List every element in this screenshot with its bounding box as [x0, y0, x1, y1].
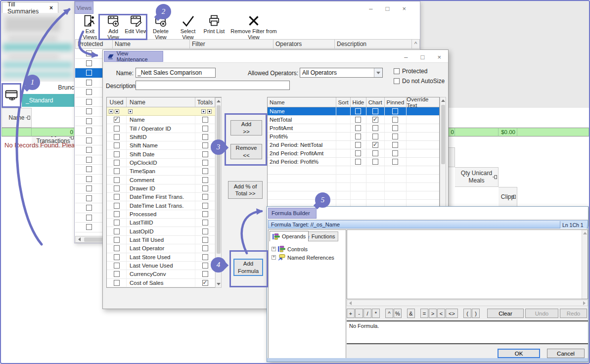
field-totals-cell[interactable] — [195, 279, 215, 287]
used-checkbox[interactable] — [114, 237, 120, 243]
filter-box-icon[interactable] — [207, 109, 212, 114]
operator-button[interactable]: = — [420, 309, 428, 318]
field-used-cell[interactable] — [107, 236, 127, 244]
tree-item-named-references[interactable]: Named References — [272, 254, 334, 261]
field-row[interactable]: Comment — [107, 176, 215, 184]
toolbar-button-remove-filter[interactable]: Remove Filter from View — [228, 14, 279, 40]
field-totals-cell[interactable] — [195, 201, 215, 209]
protected-checkbox[interactable] — [86, 176, 92, 182]
remove-button[interactable]: Remove << — [230, 144, 262, 159]
hide-cell[interactable] — [351, 124, 366, 132]
hide-checkbox[interactable] — [355, 150, 361, 156]
scroll-left-icon[interactable] — [347, 300, 354, 306]
field-totals-cell[interactable] — [195, 219, 215, 227]
field-row[interactable]: DateTime Last Trans. — [107, 201, 215, 210]
sort-cell[interactable] — [336, 116, 351, 124]
field-used-cell[interactable] — [107, 210, 127, 218]
used-checkbox[interactable] — [114, 126, 120, 132]
operator-button[interactable]: <> — [446, 309, 458, 318]
hide-cell[interactable] — [351, 116, 366, 124]
protected-checkbox[interactable] — [86, 157, 92, 163]
pinned-cell[interactable] — [385, 124, 407, 132]
used-checkbox[interactable] — [114, 177, 120, 183]
protected-checkbox[interactable] — [86, 108, 92, 114]
totals-checkbox[interactable] — [202, 117, 208, 123]
toolbar-button-print-list[interactable]: Print List — [203, 14, 225, 40]
used-checkbox[interactable] — [114, 220, 120, 226]
field-row[interactable]: Cost of Sales — [107, 279, 215, 287]
used-checkbox[interactable] — [114, 263, 120, 269]
toolbar-button-edit-view[interactable]: Edit View — [125, 14, 147, 40]
used-checkbox[interactable] — [114, 117, 120, 123]
chart-cell[interactable] — [366, 116, 385, 124]
totals-checkbox[interactable] — [202, 142, 208, 148]
totals-checkbox[interactable] — [202, 220, 208, 226]
header-hide[interactable]: Hide — [351, 97, 366, 107]
grid-header-operators[interactable]: Operators — [273, 39, 335, 49]
field-row[interactable]: CurrencyConv — [107, 270, 215, 278]
operator-button[interactable]: ( — [463, 309, 471, 318]
protected-checkbox-field[interactable]: Protected — [394, 68, 427, 75]
tab-operands[interactable]: Operands — [270, 231, 309, 241]
clear-button[interactable]: Clear — [487, 309, 524, 318]
field-used-cell[interactable] — [107, 279, 127, 287]
ok-button[interactable]: OK — [498, 349, 540, 358]
used-checkbox[interactable] — [114, 168, 120, 174]
field-totals-cell[interactable] — [195, 244, 215, 252]
override-text-cell[interactable] — [407, 158, 439, 166]
field-totals-cell[interactable] — [195, 167, 215, 175]
filter-box-icon[interactable] — [115, 109, 119, 114]
selected-column-row[interactable]: Profit% — [268, 133, 439, 141]
protected-checkbox[interactable] — [86, 70, 92, 76]
hide-cell[interactable] — [351, 149, 366, 157]
totals-checkbox[interactable] — [202, 134, 208, 140]
field-used-cell[interactable] — [107, 201, 127, 209]
override-text-cell[interactable] — [407, 133, 439, 140]
selected-column-row[interactable]: NettTotal — [268, 116, 439, 124]
grid-header-description[interactable]: Description — [335, 39, 412, 49]
scroll-up-icon[interactable] — [582, 230, 588, 236]
hide-checkbox[interactable] — [355, 108, 361, 114]
field-totals-cell[interactable] — [195, 176, 215, 183]
field-used-cell[interactable] — [107, 159, 127, 167]
pinned-cell[interactable] — [385, 116, 407, 124]
column-header-name[interactable]: Name — [1, 108, 32, 128]
used-checkbox[interactable] — [114, 211, 120, 217]
hide-checkbox[interactable] — [355, 142, 361, 148]
used-checkbox[interactable] — [114, 160, 120, 166]
protected-checkbox[interactable] — [86, 128, 92, 134]
chart-checkbox[interactable] — [372, 159, 378, 165]
sort-cell[interactable] — [336, 141, 351, 149]
used-checkbox[interactable] — [114, 280, 120, 286]
chart-cell[interactable] — [366, 149, 385, 157]
field-row[interactable]: TimeSpan — [107, 167, 215, 176]
used-checkbox[interactable] — [114, 271, 120, 277]
pinned-checkbox[interactable] — [392, 159, 398, 165]
description-input[interactable] — [136, 81, 290, 90]
protected-checkbox[interactable] — [86, 89, 92, 95]
chart-checkbox[interactable] — [372, 142, 378, 148]
totals-checkbox[interactable] — [202, 254, 208, 260]
protected-checkbox[interactable] — [86, 99, 92, 105]
allowed-operators-select[interactable]: All Operators — [300, 68, 383, 78]
totals-checkbox[interactable] — [202, 194, 208, 200]
field-row[interactable]: Processed — [107, 210, 215, 219]
hide-cell[interactable] — [351, 133, 366, 140]
scroll-up-icon[interactable] — [440, 97, 446, 104]
chart-checkbox[interactable] — [372, 117, 378, 123]
scroll-left-icon[interactable] — [76, 236, 83, 242]
field-row[interactable]: Last Till Used — [107, 236, 215, 244]
field-used-cell[interactable] — [107, 124, 127, 132]
totals-checkbox[interactable] — [202, 271, 208, 277]
field-totals-cell[interactable] — [195, 227, 215, 235]
name-input[interactable] — [136, 68, 216, 78]
header-sort[interactable]: Sort — [336, 97, 351, 107]
fields-header-name[interactable]: Name — [127, 97, 195, 107]
override-text-cell[interactable] — [407, 107, 439, 115]
field-row[interactable]: LastOpID — [107, 227, 215, 235]
totals-checkbox[interactable] — [202, 126, 208, 132]
field-totals-cell[interactable] — [195, 124, 215, 132]
protected-checkbox[interactable] — [86, 50, 92, 56]
protected-checkbox[interactable] — [394, 68, 400, 74]
expand-plus-icon[interactable] — [272, 247, 276, 251]
